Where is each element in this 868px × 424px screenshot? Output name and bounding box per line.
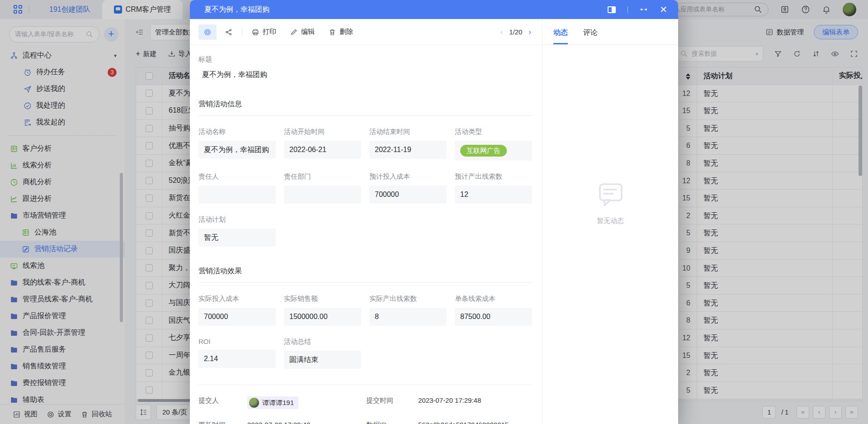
field-department: 责任部门 [284, 172, 361, 204]
field-actual-sales: 实际销售额 1500000.00 [284, 295, 361, 326]
field-label: 责任人 [198, 172, 276, 181]
field-value: 2022-06-21 [284, 141, 361, 159]
field-end-time: 活动结束时间 2022-11-19 [369, 128, 447, 161]
screen: 191创建团队 CRM客户管理 帮助 请输入应用或表单名称 请输入表单/报表名称 [0, 0, 868, 424]
empty-state-text: 暂无动态 [597, 217, 624, 225]
submitter-label: 提交人 [198, 396, 247, 409]
field-roi: ROI 2.14 [198, 338, 276, 369]
field-value [198, 186, 276, 204]
edit-button[interactable]: 编辑 [290, 28, 315, 36]
submitter-name: 谭谭谭191 [262, 399, 294, 407]
modal-toolbar: 打印 编辑 删除 ‹ 1/20 › [190, 19, 542, 45]
field-value: 700000 [369, 186, 447, 204]
activity-type-badge: 互联网广告 [460, 145, 507, 157]
record-detail-modal: 夏不为例，幸福团购 ✕ 打印 [190, 0, 678, 424]
record-meta: 提交人 谭谭谭191 提交时间 2023-07-20 17:29:48 更新时间… [198, 396, 532, 424]
data-id-label: 数据ID [366, 421, 418, 424]
submit-time-value: 2023-07-20 17:29:48 [418, 396, 532, 409]
field-value: 1500000.00 [284, 308, 361, 326]
update-time-label: 更新时间 [198, 421, 247, 424]
field-expected-leads: 预计产出线索数 12 [455, 172, 532, 204]
modal-header: 夏不为例，幸福团购 ✕ [190, 0, 678, 19]
field-label: ROI [198, 338, 276, 345]
trash-icon [328, 28, 336, 36]
data-id-value: 562a2b96da59170460000015 [418, 421, 532, 424]
activity-empty-state: 暂无动态 [542, 45, 678, 424]
field-activity-type: 活动类型 互联网广告 [455, 128, 532, 161]
field-label: 实际投入成本 [198, 295, 276, 303]
divider [198, 384, 532, 385]
edit-label: 编辑 [301, 28, 315, 36]
field-label: 活动总结 [284, 338, 361, 346]
record-form-panel: 打印 编辑 删除 ‹ 1/20 › [190, 19, 542, 424]
field-label: 活动开始时间 [284, 128, 361, 136]
modal-title: 夏不为例，幸福团购 [204, 5, 269, 14]
field-value: 2.14 [198, 350, 276, 368]
field-label: 活动名称 [198, 128, 276, 136]
submitter-tag[interactable]: 谭谭谭191 [247, 396, 298, 409]
field-activity-name: 活动名称 夏不为例，幸福团购 [198, 128, 276, 161]
delete-label: 删除 [340, 28, 353, 36]
field-value: 2022-11-19 [369, 141, 447, 159]
field-actual-cost: 实际投入成本 700000 [198, 295, 276, 326]
speech-bubble-icon [595, 181, 625, 210]
field-value: 暂无 [198, 229, 276, 247]
prev-record-button[interactable]: ‹ [500, 28, 503, 37]
field-summary: 活动总结 圆满结束 [284, 338, 361, 369]
field-label: 活动结束时间 [369, 128, 447, 136]
field-value: 夏不为例，幸福团购 [198, 141, 276, 159]
next-record-button[interactable]: › [528, 28, 531, 37]
section-marketing-results: 营销活动效果 [198, 267, 532, 283]
field-cost-per-lead: 单条线索成本 87500.00 [455, 295, 532, 326]
field-value: 圆满结束 [284, 351, 361, 369]
field-label: 实际销售额 [284, 295, 361, 303]
field-label: 预计产出线索数 [455, 172, 532, 181]
field-value: 8 [369, 308, 447, 326]
field-label: 预计投入成本 [369, 172, 447, 181]
divider [627, 6, 628, 13]
print-button[interactable]: 打印 [251, 28, 276, 36]
activity-panel: 动态 评论 暂无动态 [542, 19, 678, 424]
view-target-icon [203, 28, 212, 36]
field-actual-leads: 实际产出线索数 8 [369, 295, 447, 326]
submitter-avatar [249, 398, 259, 408]
close-icon[interactable]: ✕ [660, 5, 667, 14]
record-form-scroll[interactable]: 标题 夏不为例，幸福团购 营销活动信息 活动名称 夏不为例，幸福团购 活动开始时… [190, 45, 542, 424]
submit-time-label: 提交时间 [366, 396, 418, 409]
field-owner: 责任人 [198, 172, 276, 204]
print-label: 打印 [263, 28, 276, 36]
share-icon[interactable] [225, 28, 233, 36]
field-label: 实际产出线索数 [369, 295, 447, 303]
field-value: 87500.00 [455, 308, 532, 326]
field-value: 12 [455, 186, 532, 204]
printer-icon [251, 28, 259, 36]
field-label: 活动计划 [198, 215, 276, 224]
field-label: 责任部门 [284, 172, 361, 181]
record-pager-label: 1/20 [509, 28, 522, 36]
delete-button[interactable]: 删除 [328, 28, 353, 36]
section-marketing-info: 营销活动信息 [198, 100, 532, 116]
field-label: 活动类型 [455, 128, 532, 136]
tab-comments[interactable]: 评论 [583, 28, 598, 44]
field-label: 单条线索成本 [455, 295, 532, 303]
update-time-value: 2023-07-20 17:29:48 [247, 421, 366, 424]
view-mode-button[interactable] [198, 24, 217, 40]
divider [242, 28, 242, 36]
field-value: 700000 [198, 308, 276, 326]
pencil-icon [290, 28, 298, 36]
field-plan: 活动计划 暂无 [198, 215, 276, 247]
tab-activity[interactable]: 动态 [553, 28, 568, 44]
field-budget: 预计投入成本 700000 [369, 172, 447, 204]
panel-toggle-icon[interactable] [608, 6, 616, 13]
field-value [284, 186, 361, 204]
title-field-value: 夏不为例，幸福团购 [198, 70, 532, 80]
title-field-label: 标题 [198, 55, 532, 64]
expand-horizontal-icon[interactable] [640, 5, 648, 14]
field-start-time: 活动开始时间 2022-06-21 [284, 128, 361, 161]
